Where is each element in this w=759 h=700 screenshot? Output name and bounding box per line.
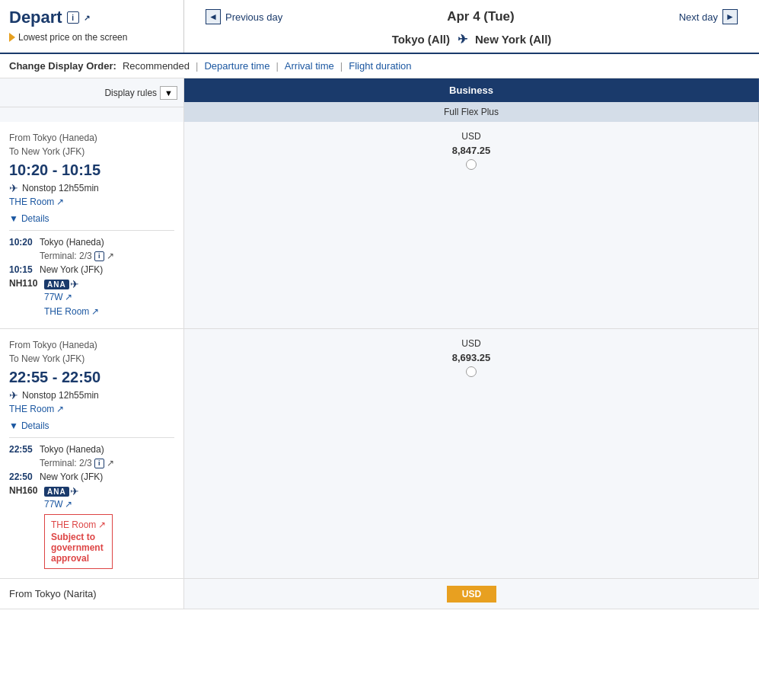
flight-info-2: From Tokyo (Haneda) To New York (JFK) 22… — [0, 329, 184, 578]
chevron-left-icon: ◄ — [206, 9, 221, 24]
sort-sep-3: | — [340, 60, 343, 72]
sort-recommended: Recommended — [123, 60, 190, 72]
bottom-partial-right: USD — [184, 579, 759, 609]
cabin-ext-icon-1: ↗ — [91, 306, 99, 317]
price-col-2: USD 8,693.25 — [184, 329, 759, 578]
gov-approval-link[interactable]: THE Room ↗ — [51, 519, 106, 530]
flight-time-1: 10:20 - 10:15 — [9, 161, 174, 179]
detail-terminal-row-2: Terminal: 2/3 i ↗ — [9, 458, 174, 468]
table-row: From Tokyo (Haneda) To New York (JFK) 10… — [0, 122, 759, 329]
price-col-1: USD 8,847.25 — [184, 122, 759, 328]
narita-from-label: From Tokyo (Narita) — [9, 588, 97, 599]
chevron-down-icon-2: ▼ — [9, 420, 18, 431]
chevron-down-icon-1: ▼ — [9, 213, 18, 224]
detail-flight-row-2: NH160 ANA ✈ 77W ↗ THE Room — [9, 485, 174, 569]
aircraft-link-1[interactable]: 77W ↗ — [44, 292, 99, 302]
sort-flight-duration[interactable]: Flight duration — [349, 60, 411, 72]
detail-arr-row-2: 22:50 New York (JFK) — [9, 471, 174, 482]
date-nav: ◄ Previous day Apr 4 (Tue) Next day ► — [184, 6, 759, 27]
sort-change-label: Change Display Order: — [9, 60, 116, 72]
details-section-1: 10:20 Tokyo (Haneda) Terminal: 2/3 i ↗ 1… — [9, 230, 174, 319]
detail-terminal-space-2 — [9, 458, 40, 468]
chevron-right-icon: ► — [722, 9, 738, 24]
header-center: ◄ Previous day Apr 4 (Tue) Next day ► To… — [184, 0, 759, 53]
price-currency-1: USD — [461, 131, 480, 142]
price-amount-1: 8,847.25 — [452, 145, 491, 156]
depart-title: Depart i ↗ — [9, 8, 174, 27]
flight-info-1: From Tokyo (Haneda) To New York (JFK) 10… — [0, 122, 184, 328]
display-rules-label: Display rules — [104, 88, 157, 98]
terminal-info-icon-2[interactable]: i — [94, 459, 104, 468]
detail-flight-row-1: NH110 ANA ✈ 77W ↗ THE Room ↗ — [9, 278, 174, 319]
detail-dep-time-2: 22:55 — [9, 444, 40, 455]
col-right-headers: Business Full Flex Plus — [184, 78, 759, 122]
flight-from-2: From Tokyo (Haneda) To New York (JFK) — [9, 338, 174, 366]
detail-dep-time-1: 10:20 — [9, 237, 40, 248]
details-toggle-1[interactable]: ▼ Details — [9, 213, 49, 224]
current-date: Apr 4 (Tue) — [447, 9, 514, 24]
flight-details-info-2: ANA ✈ 77W ↗ THE Room ↗ Subject — [44, 485, 113, 569]
ana-text-1: ANA — [44, 280, 69, 289]
table-row: From Tokyo (Haneda) To New York (JFK) 22… — [0, 329, 759, 579]
lowest-price-bar: Lowest price on the screen — [9, 32, 174, 43]
header-bar: Depart i ↗ Lowest price on the screen ◄ … — [0, 0, 759, 54]
detail-dep-row-2: 22:55 Tokyo (Haneda) — [9, 444, 174, 455]
route-bar: Tokyo (All) ✈ New York (All) — [392, 32, 552, 46]
flight-nonstop-2: ✈ Nonstop 12h55min — [9, 389, 174, 401]
terminal-info-2: Terminal: 2/3 i ↗ — [40, 458, 114, 468]
sort-arrival-time[interactable]: Arrival time — [285, 60, 334, 72]
terminal-info-icon-1[interactable]: i — [94, 251, 104, 261]
the-room-link-2[interactable]: THE Room ↗ — [9, 404, 174, 414]
bottom-partial-row: From Tokyo (Narita) USD — [0, 579, 759, 609]
detail-dep-loc-1: Tokyo (Haneda) — [40, 237, 104, 248]
fare-subheader-cell: Full Flex Plus — [184, 102, 759, 122]
prev-day-button[interactable]: ◄ Previous day — [199, 6, 289, 27]
origin-label: Tokyo (All) — [392, 33, 450, 46]
price-currency-2: USD — [461, 338, 480, 349]
ext-link-icon-room2: ↗ — [56, 404, 64, 414]
detail-terminal-row-1: Terminal: 2/3 i ↗ — [9, 251, 174, 261]
ana-symbol-1: ✈ — [70, 278, 79, 290]
ext-link-icon[interactable]: ↗ — [84, 14, 90, 22]
info-icon[interactable]: i — [67, 11, 79, 24]
cabin-header-row: Business — [184, 78, 759, 102]
next-day-button[interactable]: Next day ► — [673, 6, 744, 27]
ana-logo-1: ANA ✈ — [44, 278, 99, 290]
detail-terminal-space-1 — [9, 251, 40, 261]
detail-arr-loc-2: New York (JFK) — [40, 471, 103, 482]
sort-departure-time[interactable]: Departure time — [204, 60, 269, 72]
ana-logo-2: ANA ✈ — [44, 485, 113, 497]
flight-rows-container: From Tokyo (Haneda) To New York (JFK) 10… — [0, 122, 759, 609]
the-room-detail-link-1[interactable]: THE Room ↗ — [44, 306, 99, 317]
flag-icon — [9, 33, 15, 42]
price-radio-1[interactable] — [466, 159, 477, 170]
lowest-price-label: Lowest price on the screen — [18, 32, 127, 43]
flight-table-header: Display rules ▼ Business Full Flex Plus — [0, 78, 759, 122]
header-left: Depart i ↗ Lowest price on the screen — [0, 0, 184, 53]
flight-time-2: 22:55 - 22:50 — [9, 369, 174, 386]
ana-text-2: ANA — [44, 487, 69, 497]
ana-symbol-2: ✈ — [70, 485, 79, 497]
plane-small-icon-1: ✈ — [9, 182, 18, 194]
terminal-ext-icon-1: ↗ — [107, 251, 114, 261]
flight-details-info-1: ANA ✈ 77W ↗ THE Room ↗ — [44, 278, 99, 319]
flight-from-1: From Tokyo (Haneda) To New York (JFK) — [9, 131, 174, 158]
aircraft-ext-icon-1: ↗ — [65, 292, 72, 302]
flight-num-1: NH110 — [9, 278, 40, 289]
the-room-link-1[interactable]: THE Room ↗ — [9, 197, 174, 207]
terminal-info-1: Terminal: 2/3 i ↗ — [40, 251, 114, 261]
aircraft-link-2[interactable]: 77W ↗ — [44, 499, 113, 510]
detail-arr-time-2: 22:50 — [9, 471, 40, 482]
sort-sep-1: | — [196, 60, 198, 72]
price-radio-2[interactable] — [466, 366, 477, 377]
next-day-label: Next day — [679, 11, 718, 23]
display-rules-dropdown[interactable]: ▼ — [160, 86, 177, 100]
bottom-usd-label: USD — [447, 586, 496, 603]
aircraft-ext-icon-2: ↗ — [65, 499, 72, 510]
details-toggle-2[interactable]: ▼ Details — [9, 420, 49, 431]
plane-icon: ✈ — [458, 32, 467, 46]
price-box-1: USD 8,847.25 — [452, 131, 491, 170]
detail-arr-loc-1: New York (JFK) — [40, 264, 103, 275]
detail-dep-row-1: 10:20 Tokyo (Haneda) — [9, 237, 174, 248]
price-box-2: USD 8,693.25 — [452, 338, 491, 377]
